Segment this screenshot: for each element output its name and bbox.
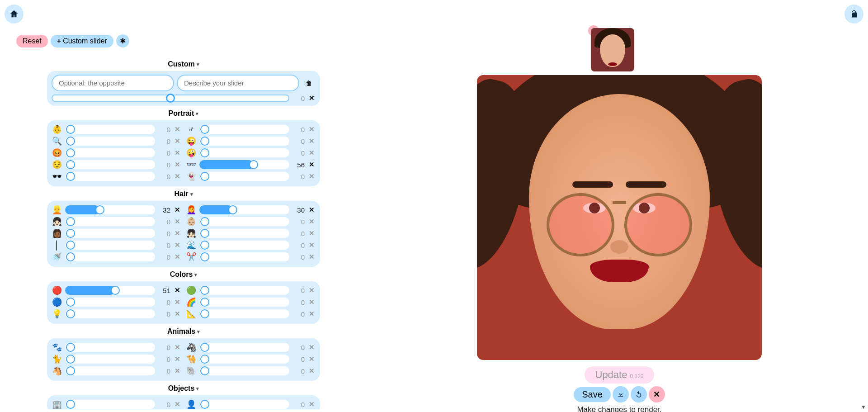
- slider-track[interactable]: [65, 355, 155, 364]
- slider-emoji-icon: ♂: [186, 124, 197, 135]
- slider-reset-button[interactable]: ✕: [307, 172, 316, 180]
- slider-track[interactable]: [65, 298, 155, 307]
- slider-reset-button[interactable]: ✕: [173, 206, 181, 214]
- slider-reset-button[interactable]: ✕: [307, 149, 316, 157]
- slider-unit: 🟢0✕: [186, 285, 316, 296]
- slider-emoji-icon: 👻: [186, 171, 197, 182]
- slider-reset-button[interactable]: ✕: [307, 137, 316, 145]
- slider-track[interactable]: [65, 309, 155, 318]
- home-button[interactable]: [5, 5, 24, 24]
- slider-value: 0: [292, 344, 305, 351]
- slider-reset-button[interactable]: ✕: [173, 172, 181, 180]
- slider-track[interactable]: [65, 252, 155, 261]
- section-header-colors[interactable]: Colors▾: [47, 270, 320, 279]
- slider-reset-button[interactable]: ✕: [307, 343, 316, 351]
- slider-reset-button[interactable]: ✕: [173, 125, 181, 133]
- slider-track[interactable]: [65, 125, 155, 134]
- slider-track[interactable]: [199, 172, 289, 181]
- reset-button[interactable]: Reset: [16, 35, 48, 47]
- slider-reset-button[interactable]: ✕: [173, 355, 181, 363]
- section-header-hair[interactable]: Hair▾: [47, 190, 320, 198]
- delete-custom-button[interactable]: 🗑: [302, 76, 316, 90]
- slider-reset-button[interactable]: ✕: [173, 149, 181, 157]
- settings-button[interactable]: ✱: [116, 34, 129, 47]
- slider-reset-button[interactable]: ✕: [307, 161, 316, 169]
- slider-reset-button[interactable]: ✕: [173, 310, 181, 318]
- slider-reset-button[interactable]: ✕: [173, 137, 181, 145]
- slider-track[interactable]: [199, 125, 289, 134]
- slider-reset-button[interactable]: ✕: [173, 286, 181, 294]
- slider-reset-button[interactable]: ✕: [307, 253, 316, 261]
- lock-button[interactable]: [844, 5, 863, 24]
- slider-reset-button[interactable]: ✕: [173, 298, 181, 306]
- custom-describe-input[interactable]: [177, 75, 299, 91]
- custom-slider-reset[interactable]: ✕: [307, 94, 316, 102]
- cancel-button[interactable]: ✕: [649, 386, 665, 403]
- source-thumbnail[interactable]: [591, 28, 634, 71]
- slider-track[interactable]: [65, 137, 155, 146]
- slider-emoji-icon: 🐈: [52, 354, 62, 365]
- slider-track[interactable]: [199, 241, 289, 250]
- slider-reset-button[interactable]: ✕: [173, 400, 181, 408]
- slider-reset-button[interactable]: ✕: [173, 218, 181, 226]
- slider-reset-button[interactable]: ✕: [173, 367, 181, 375]
- slider-track[interactable]: [199, 355, 289, 364]
- slider-track[interactable]: [199, 286, 289, 295]
- slider-reset-button[interactable]: ✕: [173, 253, 181, 261]
- custom-slider[interactable]: [52, 95, 289, 102]
- custom-opposite-input[interactable]: [52, 75, 174, 91]
- slider-reset-button[interactable]: ✕: [307, 367, 316, 375]
- slider-track[interactable]: [65, 217, 155, 226]
- section-header-animals[interactable]: Animals▾: [47, 327, 320, 336]
- download-button[interactable]: [613, 386, 629, 403]
- slider-reset-button[interactable]: ✕: [307, 241, 316, 249]
- slider-value: 0: [158, 310, 170, 318]
- slider-value: 0: [158, 173, 170, 180]
- slider-track[interactable]: [199, 148, 289, 157]
- slider-track[interactable]: [65, 160, 155, 169]
- slider-track[interactable]: [199, 217, 289, 226]
- slider-reset-button[interactable]: ✕: [307, 298, 316, 306]
- slider-track[interactable]: [199, 252, 289, 261]
- slider-track[interactable]: [199, 343, 289, 352]
- slider-reset-button[interactable]: ✕: [307, 286, 316, 294]
- slider-track[interactable]: [65, 148, 155, 157]
- slider-reset-button[interactable]: ✕: [307, 310, 316, 318]
- slider-track[interactable]: [199, 309, 289, 318]
- slider-reset-button[interactable]: ✕: [307, 218, 316, 226]
- slider-emoji-icon: 🐾: [52, 342, 62, 353]
- slider-track[interactable]: [65, 205, 155, 214]
- slider-track[interactable]: [199, 366, 289, 375]
- slider-reset-button[interactable]: ✕: [307, 125, 316, 133]
- undo-button[interactable]: [631, 386, 647, 403]
- slider-track[interactable]: [199, 160, 289, 169]
- save-button[interactable]: Save: [574, 387, 611, 402]
- slider-track[interactable]: [65, 286, 155, 295]
- slider-reset-button[interactable]: ✕: [307, 400, 316, 408]
- custom-slider-button[interactable]: + Custom slider: [51, 35, 113, 47]
- slider-track[interactable]: [199, 137, 289, 146]
- slider-reset-button[interactable]: ✕: [173, 241, 181, 249]
- slider-track[interactable]: [199, 205, 289, 214]
- section-header-portrait[interactable]: Portrait▾: [47, 109, 320, 118]
- slider-track[interactable]: [199, 229, 289, 238]
- slider-track[interactable]: [199, 298, 289, 307]
- slider-reset-button[interactable]: ✕: [173, 161, 181, 169]
- slider-reset-button[interactable]: ✕: [173, 343, 181, 351]
- slider-reset-button[interactable]: ✕: [173, 229, 181, 237]
- slider-track[interactable]: [65, 366, 155, 375]
- section-header-custom[interactable]: Custom ▾: [47, 60, 320, 68]
- slider-track[interactable]: [65, 400, 155, 409]
- slider-reset-button[interactable]: ✕: [307, 355, 316, 363]
- slider-track[interactable]: [65, 343, 155, 352]
- section-header-objects[interactable]: Objects▾: [47, 384, 320, 393]
- update-button[interactable]: Update 0.120: [585, 366, 655, 384]
- slider-track[interactable]: [199, 400, 289, 409]
- slider-emoji-icon: 😡: [52, 147, 62, 158]
- slider-track[interactable]: [65, 172, 155, 181]
- slider-reset-button[interactable]: ✕: [307, 229, 316, 237]
- slider-reset-button[interactable]: ✕: [307, 206, 316, 214]
- slider-track[interactable]: [65, 241, 155, 250]
- status-text: Make changes to render.: [577, 405, 661, 412]
- slider-track[interactable]: [65, 229, 155, 238]
